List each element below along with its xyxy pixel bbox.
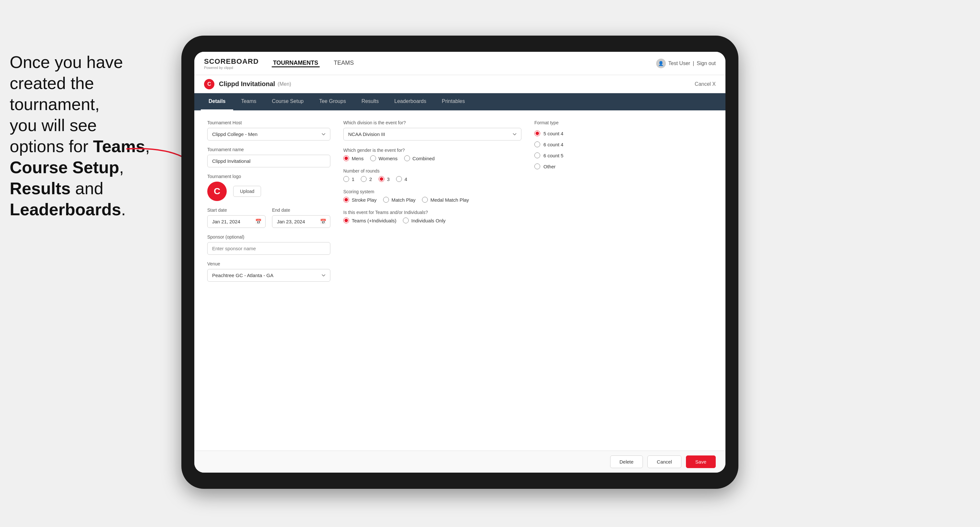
end-date-wrap: 📅 <box>272 215 330 228</box>
division-select[interactable]: NCAA Division III <box>343 128 522 140</box>
tournament-host-select[interactable]: Clippd College - Men <box>207 128 330 140</box>
tournament-name-label: Tournament name <box>207 147 330 152</box>
tournament-logo-label: Tournament logo <box>207 174 330 179</box>
gender-womens-label: Womens <box>379 156 398 161</box>
rounds-2-radio[interactable] <box>361 176 367 182</box>
rounds-radio-group: 1 2 3 4 <box>343 176 522 182</box>
format-6count4-radio[interactable] <box>535 141 540 147</box>
delete-button[interactable]: Delete <box>610 456 643 468</box>
nav-links: TOURNAMENTS TEAMS <box>272 60 656 67</box>
scoring-match-radio[interactable] <box>383 197 389 203</box>
user-avatar: 👤 <box>656 59 666 68</box>
tab-results[interactable]: Results <box>354 93 387 110</box>
gender-combined-radio[interactable] <box>404 156 410 161</box>
rounds-group: Number of rounds 1 2 <box>343 168 522 182</box>
logo-title: SCOREBOARD <box>204 57 259 66</box>
format-6count5[interactable]: 6 count 5 <box>535 152 713 158</box>
sponsor-input[interactable] <box>207 242 330 255</box>
gender-mens-radio[interactable] <box>343 156 349 161</box>
rounds-1-label: 1 <box>352 176 354 182</box>
tournament-icon: C <box>204 79 215 89</box>
sponsor-label: Sponsor (optional) <box>207 234 330 240</box>
individuals-only-radio[interactable] <box>403 217 409 223</box>
tournament-host-group: Tournament Host Clippd College - Men <box>207 120 330 140</box>
format-6count4[interactable]: 6 count 4 <box>535 141 713 147</box>
cancel-tournament-btn[interactable]: Cancel X <box>695 81 716 87</box>
scoring-group: Scoring system Stroke Play Match Play <box>343 189 522 203</box>
teams-label: Is this event for Teams and/or Individua… <box>343 210 522 215</box>
format-type-label: Format type <box>535 120 713 125</box>
tab-details[interactable]: Details <box>201 93 233 110</box>
tournament-name-input[interactable] <box>207 155 330 167</box>
venue-select[interactable]: Peachtree GC - Atlanta - GA <box>207 269 330 282</box>
rounds-3[interactable]: 3 <box>379 176 390 182</box>
logo-upload-area: C Upload <box>207 182 330 201</box>
upload-button[interactable]: Upload <box>233 186 261 197</box>
scoring-stroke-radio[interactable] <box>343 197 349 203</box>
format-6count5-radio[interactable] <box>535 152 540 158</box>
user-area: 👤 Test User | Sign out <box>656 59 716 68</box>
sponsor-group: Sponsor (optional) <box>207 234 330 255</box>
scoring-medal-match[interactable]: Medal Match Play <box>422 197 469 203</box>
form-grid: Tournament Host Clippd College - Men Tou… <box>207 120 713 282</box>
rounds-1[interactable]: 1 <box>343 176 354 182</box>
gender-mens[interactable]: Mens <box>343 156 364 161</box>
tab-leaderboards[interactable]: Leaderboards <box>387 93 434 110</box>
individuals-only-label: Individuals Only <box>411 218 445 223</box>
scoring-radio-group: Stroke Play Match Play Medal Match Play <box>343 197 522 203</box>
nav-tournaments[interactable]: TOURNAMENTS <box>272 60 320 67</box>
format-5count4-radio[interactable] <box>535 130 540 136</box>
format-5count4[interactable]: 5 count 4 <box>535 130 713 136</box>
teams-plus-individuals[interactable]: Teams (+Individuals) <box>343 217 396 223</box>
rounds-4-radio[interactable] <box>396 176 402 182</box>
scoring-match[interactable]: Match Play <box>383 197 415 203</box>
gender-womens[interactable]: Womens <box>370 156 398 161</box>
save-button[interactable]: Save <box>686 456 716 468</box>
format-6count4-label: 6 count 4 <box>543 142 563 147</box>
individuals-only[interactable]: Individuals Only <box>403 217 445 223</box>
gender-combined[interactable]: Combined <box>404 156 434 161</box>
separator: | <box>693 60 694 67</box>
rounds-2[interactable]: 2 <box>361 176 372 182</box>
tab-teams[interactable]: Teams <box>233 93 264 110</box>
gender-label: Which gender is the event for? <box>343 148 522 153</box>
scoring-match-label: Match Play <box>391 197 415 203</box>
scoring-medal-radio[interactable] <box>422 197 428 203</box>
tournament-name-group: Tournament name <box>207 147 330 167</box>
gender-combined-label: Combined <box>413 156 434 161</box>
format-6count5-label: 6 count 5 <box>543 153 563 158</box>
scoring-stroke[interactable]: Stroke Play <box>343 197 377 203</box>
footer-bar: Delete Cancel Save <box>194 451 725 473</box>
cancel-button[interactable]: Cancel <box>648 456 681 468</box>
division-label: Which division is the event for? <box>343 120 522 125</box>
scoring-stroke-label: Stroke Play <box>352 197 377 203</box>
tab-course-setup[interactable]: Course Setup <box>264 93 312 110</box>
teams-plus-radio[interactable] <box>343 217 349 223</box>
gender-radio-group: Mens Womens Combined <box>343 156 522 161</box>
rounds-4-label: 4 <box>404 176 407 182</box>
start-date-input[interactable] <box>207 215 266 228</box>
tab-bar: Details Teams Course Setup Tee Groups Re… <box>194 93 725 110</box>
format-other[interactable]: Other <box>535 163 713 169</box>
format-5count4-label: 5 count 4 <box>543 131 563 136</box>
sign-out-link[interactable]: Sign out <box>697 60 716 67</box>
nav-teams[interactable]: TEAMS <box>332 60 355 67</box>
gender-womens-radio[interactable] <box>370 156 376 161</box>
main-content: Tournament Host Clippd College - Men Tou… <box>194 110 725 451</box>
tablet-device: SCOREBOARD Powered by clippd TOURNAMENTS… <box>181 36 738 489</box>
logo-preview: C <box>207 182 227 201</box>
tournament-header: C Clippd Invitational (Men) Cancel X <box>194 75 725 93</box>
tab-printables[interactable]: Printables <box>434 93 473 110</box>
tournament-icon-letter: C <box>207 81 211 87</box>
end-date-input[interactable] <box>272 215 330 228</box>
tab-tee-groups[interactable]: Tee Groups <box>311 93 354 110</box>
logo-subtitle: Powered by clippd <box>204 66 259 70</box>
format-other-radio[interactable] <box>535 163 540 169</box>
rounds-3-radio[interactable] <box>379 176 384 182</box>
annotation-line1: Once you havecreated thetournament,you w… <box>10 53 150 219</box>
form-left-section: Tournament Host Clippd College - Men Tou… <box>207 120 330 282</box>
rounds-4[interactable]: 4 <box>396 176 407 182</box>
start-date-wrap: 📅 <box>207 215 266 228</box>
scoring-label: Scoring system <box>343 189 522 194</box>
rounds-1-radio[interactable] <box>343 176 349 182</box>
